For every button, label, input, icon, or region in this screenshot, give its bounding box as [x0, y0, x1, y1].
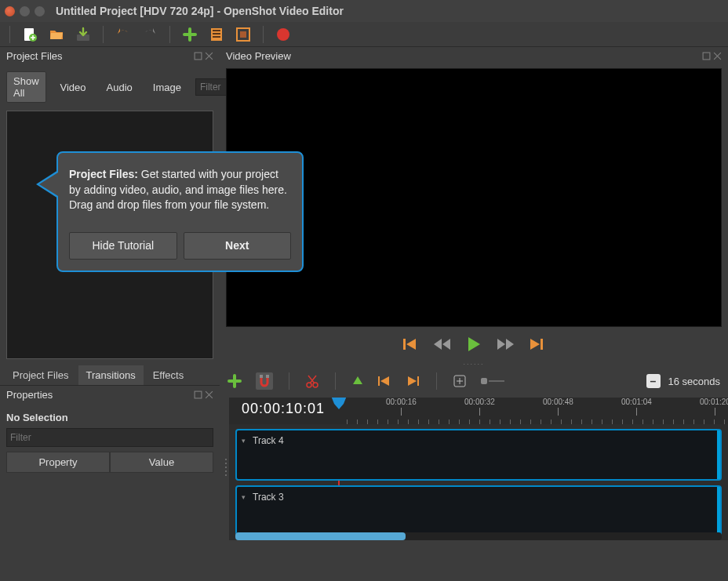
project-files-filter-row: Show All Video Audio Image — [0, 65, 220, 107]
svg-rect-15 — [541, 339, 543, 350]
window-titlebar: Untitled Project [HDV 720 24p] - OpenSho… — [0, 0, 728, 22]
window-title: Untitled Project [HDV 720 24p] - OpenSho… — [56, 5, 344, 17]
svg-rect-5 — [213, 33, 220, 34]
import-files-button[interactable] — [181, 26, 198, 43]
video-preview-title: Video Preview — [226, 50, 291, 62]
panel-splitter[interactable]: ······ — [220, 360, 728, 368]
properties-no-selection: No Selection — [6, 412, 213, 423]
ruler-tick: 00:00:16 — [386, 398, 417, 416]
filter-audio-button[interactable]: Audio — [100, 78, 139, 96]
undo-button[interactable] — [115, 26, 132, 43]
panel-float-icon[interactable] — [194, 52, 202, 60]
filter-show-all-button[interactable]: Show All — [6, 71, 46, 103]
main-toolbar — [0, 22, 728, 47]
window-minimize-button[interactable] — [20, 6, 30, 16]
timeline-area[interactable]: 00:00:10:01 00:00:1600:00:3200:00:4800:0… — [229, 398, 728, 540]
panel-close-icon[interactable] — [713, 52, 722, 60]
svg-rect-6 — [213, 36, 220, 38]
timeline-track[interactable]: ▾ Track 3 — [235, 485, 722, 537]
filter-image-button[interactable]: Image — [147, 78, 187, 96]
window-maximize-button[interactable] — [35, 6, 45, 16]
properties-table-header: Property Value — [6, 452, 213, 473]
previous-marker-button[interactable] — [378, 376, 392, 387]
open-project-button[interactable] — [48, 26, 65, 43]
svg-rect-10 — [195, 53, 202, 60]
panel-float-icon[interactable] — [702, 52, 711, 60]
svg-rect-12 — [195, 391, 202, 398]
panel-close-icon[interactable] — [205, 390, 213, 399]
next-tutorial-button[interactable]: Next — [184, 232, 292, 260]
panel-close-icon[interactable] — [205, 52, 213, 60]
timeline-drag-handle[interactable] — [223, 394, 229, 540]
zoom-fit-button[interactable]: – — [646, 374, 661, 388]
video-preview-panel-header: Video Preview — [220, 47, 728, 65]
svg-rect-4 — [213, 30, 220, 31]
svg-rect-13 — [703, 53, 710, 60]
timeline-track[interactable]: ▾ Track 4 — [235, 429, 722, 481]
export-button[interactable] — [275, 26, 292, 43]
hide-tutorial-button[interactable]: Hide Tutorial — [69, 232, 177, 260]
fullscreen-button[interactable] — [235, 26, 252, 43]
razor-button[interactable] — [305, 374, 319, 388]
profile-button[interactable] — [208, 26, 225, 43]
project-files-panel-header: Project Files — [0, 47, 220, 65]
ruler-tick: 00:00:32 — [464, 398, 495, 416]
svg-rect-20 — [378, 376, 380, 386]
timeline-ruler[interactable]: 00:00:10:01 00:00:1600:00:3200:00:4800:0… — [229, 398, 728, 424]
properties-filter-input[interactable] — [6, 428, 213, 447]
track-label: Track 4 — [253, 435, 284, 446]
jump-start-button[interactable] — [402, 336, 420, 352]
snap-button[interactable] — [256, 372, 273, 390]
play-button[interactable] — [465, 336, 482, 352]
save-project-button[interactable] — [75, 26, 92, 43]
track-label: Track 3 — [253, 492, 284, 503]
svg-point-9 — [277, 28, 289, 41]
ruler-tick: 00:01:04 — [621, 398, 652, 416]
properties-col-value[interactable]: Value — [110, 452, 213, 473]
add-track-button[interactable] — [228, 374, 242, 388]
ruler-tick: 00:00:48 — [543, 398, 573, 416]
tutorial-balloon: Project Files: Get started with your pro… — [56, 151, 304, 272]
redo-button[interactable] — [141, 26, 158, 43]
panel-float-icon[interactable] — [194, 390, 202, 399]
track-collapse-icon[interactable]: ▾ — [242, 437, 246, 445]
project-files-title: Project Files — [6, 50, 63, 62]
project-files-tabs: Project Files Transitions Effects — [0, 365, 220, 385]
svg-rect-8 — [240, 31, 246, 38]
svg-point-19 — [313, 383, 318, 387]
zoom-label: 16 seconds — [668, 376, 721, 387]
track-collapse-icon[interactable]: ▾ — [242, 493, 246, 501]
tab-transitions[interactable]: Transitions — [78, 365, 144, 385]
jump-end-button[interactable] — [528, 336, 545, 352]
svg-rect-21 — [417, 376, 419, 386]
svg-point-18 — [307, 383, 311, 387]
svg-rect-17 — [266, 375, 269, 378]
filter-video-button[interactable]: Video — [54, 78, 93, 96]
rewind-button[interactable] — [434, 336, 451, 352]
timeline-scrollbar[interactable] — [235, 532, 722, 540]
svg-rect-16 — [260, 375, 263, 378]
zoom-slider[interactable] — [481, 378, 504, 384]
properties-col-property[interactable]: Property — [6, 452, 110, 473]
next-marker-button[interactable] — [406, 376, 420, 387]
timeline-timecode: 00:00:10:01 — [229, 398, 337, 424]
new-project-button[interactable] — [21, 26, 38, 43]
svg-rect-14 — [403, 339, 406, 350]
add-marker-button[interactable] — [351, 375, 364, 387]
tab-effects[interactable]: Effects — [145, 365, 192, 385]
window-close-button[interactable] — [5, 6, 15, 16]
properties-title: Properties — [6, 389, 53, 401]
center-playhead-button[interactable] — [453, 374, 467, 388]
tutorial-text: Project Files: Get started with your pro… — [69, 167, 291, 213]
timeline-toolbar: – 16 seconds — [220, 368, 728, 394]
ruler-tick: 00:01:20 — [700, 398, 728, 416]
properties-panel: Properties No Selection Property Value — [0, 385, 220, 581]
fast-forward-button[interactable] — [497, 336, 514, 352]
tab-project-files[interactable]: Project Files — [5, 365, 77, 385]
playback-controls — [220, 327, 728, 360]
